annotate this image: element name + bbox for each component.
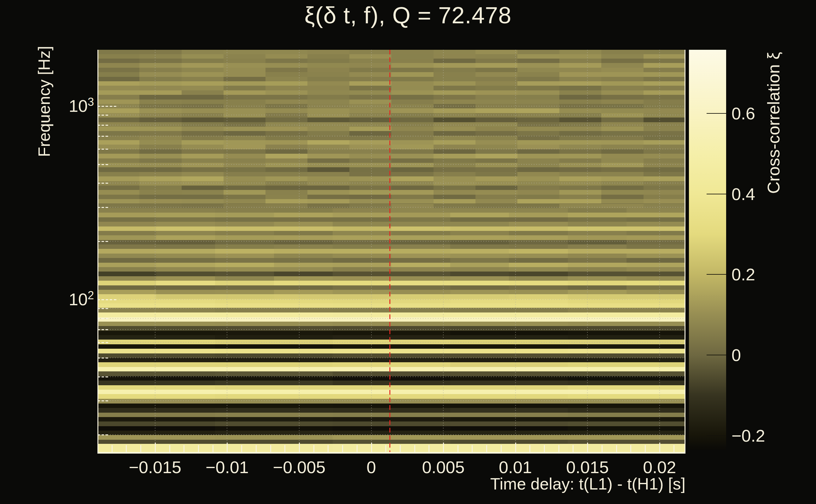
y-gridline	[97, 125, 686, 125]
heatmap-band	[97, 127, 686, 131]
heatmap-band	[97, 149, 686, 154]
y-tick	[97, 299, 117, 300]
heatmap-band	[97, 413, 686, 417]
heatmap-band	[97, 362, 686, 367]
y-gridline	[97, 342, 686, 343]
heatmap-band	[97, 322, 686, 326]
x-tick	[645, 445, 646, 452]
heatmap-band	[97, 158, 686, 163]
y-tick	[97, 136, 108, 137]
heatmap-band	[97, 349, 686, 353]
x-gridline	[227, 50, 227, 454]
x-tick	[414, 445, 415, 452]
heatmap-band	[97, 285, 686, 290]
colorbar-tick	[707, 435, 726, 436]
x-gridline	[587, 50, 588, 454]
y-gridline	[97, 183, 686, 183]
heatmap-band	[97, 385, 686, 390]
heatmap-band	[97, 217, 686, 222]
heatmap-band	[97, 263, 686, 267]
heatmap-band	[97, 317, 686, 322]
x-tick	[472, 445, 473, 452]
heatmap-band	[97, 131, 686, 135]
x-tick	[328, 445, 329, 452]
selected-delay-marker-line	[389, 50, 390, 454]
heatmap-band	[97, 312, 686, 317]
heatmap-band	[97, 267, 686, 272]
heatmap-band	[97, 226, 686, 231]
heatmap-band	[97, 63, 686, 67]
x-tick-label: 0	[337, 457, 406, 477]
y-gridline	[97, 241, 686, 242]
heatmap-band	[97, 381, 686, 385]
x-tick	[572, 445, 573, 452]
heatmap-band	[97, 176, 686, 181]
x-tick	[198, 445, 199, 452]
heatmap-band	[97, 249, 686, 253]
heatmap-band	[97, 167, 686, 172]
heatmap-band	[97, 186, 686, 190]
x-axis-label: Time delay: t(L1) - t(H1) [s]	[490, 474, 686, 493]
x-gridline	[443, 50, 444, 454]
y-tick	[97, 125, 108, 126]
x-tick	[400, 445, 401, 452]
heatmap-band	[97, 240, 686, 244]
heatmap-band	[97, 344, 686, 349]
y-tick	[97, 376, 108, 377]
heatmap-band	[97, 95, 686, 99]
x-tick	[428, 445, 429, 452]
heatmap-band	[97, 86, 686, 90]
heatmap-band	[97, 404, 686, 408]
x-tick	[385, 445, 386, 452]
heatmap-band	[97, 54, 686, 59]
x-tick-label: 0.01	[481, 457, 550, 477]
x-tick	[630, 445, 631, 452]
colorbar-tick-label: 0.4	[732, 184, 755, 204]
heatmap-band	[97, 222, 686, 226]
heatmap-band	[97, 81, 686, 86]
heatmap-band	[97, 358, 686, 363]
x-tick	[674, 445, 675, 452]
x-tick	[587, 443, 588, 452]
heatmap-band	[97, 421, 686, 426]
x-tick	[299, 443, 300, 452]
heatmap-band	[97, 195, 686, 199]
x-tick	[616, 445, 617, 452]
y-gridline	[97, 106, 686, 106]
y-gridline	[97, 318, 686, 319]
colorbar-label: Cross-correlation ξ	[764, 0, 781, 265]
heatmap-band	[97, 331, 686, 335]
x-tick	[126, 445, 127, 452]
x-tick	[140, 445, 141, 452]
x-tick	[213, 445, 214, 452]
x-tick	[227, 443, 228, 452]
heatmap-band	[97, 59, 686, 63]
heatmap-band	[97, 326, 686, 330]
y-gridline	[97, 136, 686, 136]
x-tick	[342, 445, 343, 452]
x-tick	[313, 445, 314, 452]
heatmap-band	[97, 90, 686, 95]
colorbar-tick-label: −0.2	[732, 426, 765, 445]
y-tick	[97, 241, 108, 242]
colorbar-tick	[707, 274, 726, 275]
heatmap-band	[97, 294, 686, 299]
heatmap-band	[97, 172, 686, 176]
y-gridline	[97, 149, 686, 149]
x-tick-label: 0.005	[409, 457, 478, 477]
y-gridline	[97, 329, 686, 330]
heatmap-band	[97, 199, 686, 203]
heatmap-band	[97, 417, 686, 421]
heatmap-band	[97, 276, 686, 281]
x-tick	[501, 445, 502, 452]
y-tick	[97, 358, 108, 358]
y-tick	[97, 342, 108, 343]
y-tick	[97, 115, 108, 116]
x-tick-label: −0.015	[120, 457, 190, 477]
colorbar	[689, 50, 726, 450]
y-tick-label: 102	[28, 289, 94, 309]
x-gridline	[371, 50, 372, 454]
x-tick	[601, 445, 602, 452]
x-tick	[241, 445, 242, 452]
y-gridline	[97, 299, 686, 300]
